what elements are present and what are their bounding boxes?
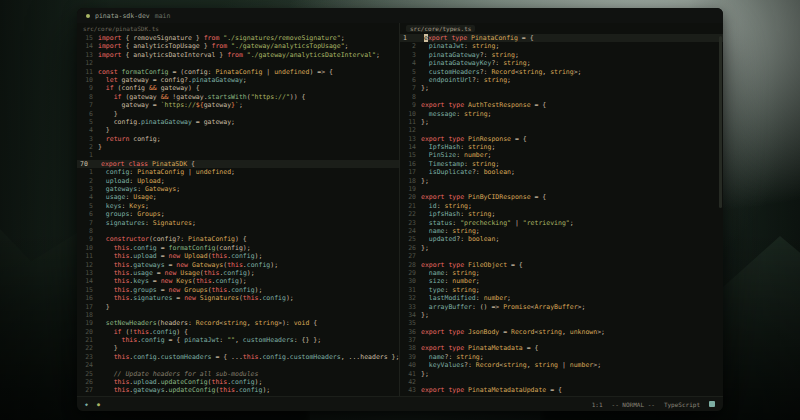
code-line[interactable]: 22 ipfsHash: string; — [400, 210, 723, 218]
winbar-right[interactable]: src/core/types.ts — [400, 23, 723, 34]
code-line[interactable]: 23 this.config.customHeaders = { ...this… — [77, 353, 399, 361]
scrollbar[interactable] — [719, 36, 722, 208]
code-line[interactable]: 7 gateway = `https://${gateway}`; — [77, 101, 399, 109]
code-line[interactable]: 23 status: "prechecking" | "retrieving"; — [400, 219, 723, 227]
code-line[interactable]: 30 size: number; — [400, 277, 723, 285]
code-line[interactable]: 12 this.gateways = new Gateways(this.con… — [77, 261, 399, 269]
code-line[interactable]: 4 usage: Usage; — [77, 193, 399, 201]
code-line[interactable]: 5 config.pinataGateway = gateway; — [77, 118, 399, 126]
code-line[interactable]: 18}; — [400, 177, 723, 185]
code-line[interactable]: 11const formatConfig = (config: PinataCo… — [77, 68, 399, 76]
code-line[interactable]: 33 arrayBuffer: () => Promise<ArrayBuffe… — [400, 303, 723, 311]
code-line[interactable]: 10 let gateway = config?.pinataGateway; — [77, 76, 399, 84]
code-text: export type PinByCIDResponse = { — [421, 193, 723, 201]
code-line[interactable]: 20export type PinByCIDResponse = { — [400, 193, 723, 201]
code-line[interactable]: 70export class PinataSDK { — [77, 160, 399, 168]
code-line[interactable]: 16 Timestamp: string; — [400, 160, 723, 168]
code-line[interactable]: 37 — [400, 336, 723, 344]
code-line[interactable]: 11 this.upload = new Upload(this.config)… — [77, 252, 399, 260]
titlebar[interactable]: pinata-sdk-dev main — [77, 8, 723, 23]
code-line[interactable]: 2} — [77, 143, 399, 151]
code-line[interactable]: 2 pinataJwt: string; — [400, 42, 723, 50]
code-line[interactable]: 19 setNewHeaders(headers: Record<string,… — [77, 319, 399, 327]
code-line[interactable]: 13 this.usage = new Usage(this.config); — [77, 269, 399, 277]
code-line[interactable]: 14 IpfsHash: string; — [400, 143, 723, 151]
code-line[interactable]: 1 — [77, 151, 399, 159]
code-text — [98, 311, 399, 319]
code-line[interactable]: 19 — [400, 185, 723, 193]
code-line[interactable]: 25 // Update headers for all sub-modules — [77, 370, 399, 378]
code-line[interactable]: 15import { removeSignature } from "./sig… — [77, 34, 399, 42]
code-line[interactable]: 12 — [77, 59, 399, 67]
code-line[interactable]: 1export type PinataConfig = { — [400, 34, 723, 42]
code-line[interactable]: 3 return config; — [77, 135, 399, 143]
code-line[interactable]: 21 id: string; — [400, 202, 723, 210]
code-line[interactable]: 4 pinataGatewayKey?: string; — [400, 59, 723, 67]
code-text: this.upload = new Upload(this.config); — [98, 252, 399, 260]
code-line[interactable]: 24 — [77, 361, 399, 369]
code-line[interactable]: 10 this.config = formatConfig(config); — [77, 244, 399, 252]
code-line[interactable]: 14import { analyticsTopUsage } from "./g… — [77, 42, 399, 50]
code-line[interactable]: 41}; — [400, 370, 723, 378]
code-line[interactable]: 17 isDuplicate?: boolean; — [400, 168, 723, 176]
code-line[interactable]: 27 this.gateways.updateConfig(this.confi… — [77, 386, 399, 394]
code-text — [421, 252, 723, 260]
code-line[interactable]: 18 — [77, 311, 399, 319]
code-line[interactable]: 14 this.keys = new Keys(this.config); — [77, 277, 399, 285]
code-line[interactable]: 15 PinSize: number; — [400, 151, 723, 159]
code-line[interactable]: 22 } — [77, 344, 399, 352]
code-line[interactable]: 3 pinataGateway?: string; — [400, 51, 723, 59]
code-line[interactable]: 21 this.config = { pinataJwt: "", custom… — [77, 336, 399, 344]
code-line[interactable]: 34}; — [400, 311, 723, 319]
code-line[interactable]: 1 config: PinataConfig | undefined; — [77, 168, 399, 176]
code-line[interactable]: 2 upload: Upload; — [77, 177, 399, 185]
code-line[interactable]: 8 — [77, 227, 399, 235]
code-line[interactable]: 7 signatures: Signatures; — [77, 219, 399, 227]
pane-left-code[interactable]: 15import { removeSignature } from "./sig… — [77, 34, 399, 396]
code-line[interactable]: 13import { analyticsDateInterval } from … — [77, 51, 399, 59]
code-text: arrayBuffer: () => Promise<ArrayBuffer>; — [421, 303, 723, 311]
code-line[interactable]: 17 } — [77, 303, 399, 311]
filetype-label[interactable]: TypeScript — [664, 401, 700, 408]
code-line[interactable]: 35 — [400, 319, 723, 327]
code-line[interactable]: 38export type PinataMetadata = { — [400, 344, 723, 352]
code-line[interactable]: 43export type PinataMetadataUpdate = { — [400, 386, 723, 394]
code-line[interactable]: 6 endpointUrl?: string; — [400, 76, 723, 84]
code-line[interactable]: 9 if (config && gateway) { — [77, 84, 399, 92]
code-line[interactable]: 7}; — [400, 84, 723, 92]
code-line[interactable]: 9export type AuthTestResponse = { — [400, 101, 723, 109]
code-line[interactable]: 9 constructor(config?: PinataConfig) { — [77, 235, 399, 243]
line-number: 37 — [400, 336, 421, 344]
code-line[interactable]: 12 — [400, 126, 723, 134]
code-line[interactable]: 25 updated?: boolean; — [400, 235, 723, 243]
code-line[interactable]: 3 gateways: Gateways; — [77, 185, 399, 193]
code-line[interactable]: 32 lastModified: number; — [400, 294, 723, 302]
code-line[interactable]: 24 name: string; — [400, 227, 723, 235]
code-line[interactable]: 39 name?: string; — [400, 353, 723, 361]
code-line[interactable]: 16 this.signatures = new Signatures(this… — [77, 294, 399, 302]
pane-right-code[interactable]: 1export type PinataConfig = {2 pinataJwt… — [400, 34, 723, 396]
code-line[interactable]: 40 keyValues?: Record<string, string | n… — [400, 361, 723, 369]
code-line[interactable]: 6 } — [77, 110, 399, 118]
code-line[interactable]: 11}; — [400, 118, 723, 126]
code-line[interactable]: 10 message: string; — [400, 110, 723, 118]
winbar-left[interactable]: src/core/pinataSDK.ts — [77, 23, 399, 34]
code-line[interactable]: 8 if (gateway && !gateway.startsWith("ht… — [77, 93, 399, 101]
code-line[interactable]: 31 type: string; — [400, 286, 723, 294]
code-line[interactable]: 20 if (!this.config) { — [77, 328, 399, 336]
code-line[interactable]: 28export type FileObject = { — [400, 261, 723, 269]
code-line[interactable]: 36export type JsonBody = Record<string, … — [400, 328, 723, 336]
code-line[interactable]: 29 name: string; — [400, 269, 723, 277]
code-line[interactable]: 5 keys: Keys; — [77, 202, 399, 210]
code-line[interactable]: 6 groups: Groups; — [77, 210, 399, 218]
code-line[interactable]: 13export type PinResponse = { — [400, 135, 723, 143]
code-line[interactable]: 5 customHeaders?: Record<string, string>… — [400, 68, 723, 76]
code-line[interactable]: 26}; — [400, 244, 723, 252]
line-number: 13 — [77, 269, 98, 277]
code-line[interactable]: 4 } — [77, 126, 399, 134]
code-line[interactable]: 15 this.groups = new Groups(this.config)… — [77, 286, 399, 294]
code-line[interactable]: 42 — [400, 378, 723, 386]
code-line[interactable]: 8 — [400, 93, 723, 101]
code-line[interactable]: 26 this.upload.updateConfig(this.config)… — [77, 378, 399, 386]
code-line[interactable]: 27 — [400, 252, 723, 260]
